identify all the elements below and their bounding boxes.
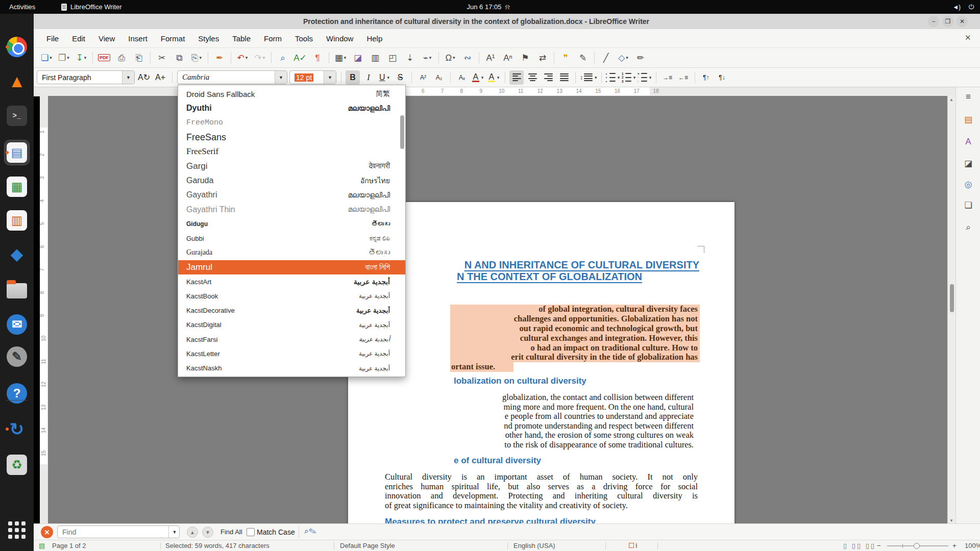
dock-item-chrome[interactable] bbox=[5, 35, 29, 59]
insert-footnote-button[interactable]: A¹ bbox=[482, 50, 499, 65]
gallery-icon[interactable]: ◪ bbox=[962, 157, 975, 170]
window-titlebar[interactable]: Protection and inheritance of cultural d… bbox=[34, 14, 980, 30]
clear-formatting-button[interactable]: Aₓ bbox=[455, 70, 469, 85]
menu-form[interactable]: Form bbox=[257, 32, 288, 45]
chevron-down-icon[interactable]: ▾ bbox=[263, 55, 265, 60]
navigator-icon[interactable]: ◎ bbox=[962, 178, 975, 191]
find-next-button[interactable]: ▼ bbox=[202, 527, 213, 538]
line-spacing-button[interactable]: ↕▾ bbox=[580, 70, 597, 85]
chevron-down-icon[interactable]: ▾ bbox=[84, 55, 87, 60]
chevron-down-icon[interactable]: ▾ bbox=[497, 75, 500, 80]
spelling-button[interactable]: A✓ bbox=[291, 50, 309, 65]
insert-mode-indicator[interactable]: I bbox=[629, 542, 638, 549]
find-and-replace-icon[interactable]: ⌕✎ bbox=[304, 527, 316, 536]
dock-item-files[interactable] bbox=[5, 277, 29, 301]
dock-item-help[interactable]: ? bbox=[5, 381, 29, 406]
font-color-button[interactable]: A▾ bbox=[471, 70, 485, 85]
zoom-slider-thumb[interactable] bbox=[914, 543, 920, 549]
chevron-down-icon[interactable]: ▾ bbox=[67, 55, 69, 60]
chevron-down-icon[interactable]: ▼ bbox=[122, 71, 134, 84]
horizontal-ruler[interactable]: 123456789101112131415161718 bbox=[34, 87, 955, 96]
decrease-indent-button[interactable]: ←≡ bbox=[676, 70, 691, 85]
export-pdf-button[interactable]: PDF bbox=[95, 50, 113, 65]
formatting-marks-button[interactable]: ¶ bbox=[309, 50, 326, 65]
menu-view[interactable]: View bbox=[92, 32, 121, 45]
find-and-replace-button[interactable]: ⌕ bbox=[274, 50, 291, 65]
clone-formatting-button[interactable]: ✒ bbox=[211, 50, 228, 65]
insert-special-character-button[interactable]: Ω▾ bbox=[442, 50, 459, 65]
dock-item-vscode[interactable]: ◆ bbox=[5, 242, 29, 266]
align-right-button[interactable] bbox=[541, 70, 555, 85]
insert-comment-button[interactable]: ❞ bbox=[557, 50, 574, 65]
font-item-gayathri-thin[interactable]: Gayathri Thinമലയാളലിപി bbox=[178, 202, 405, 216]
font-item-kacstart[interactable]: KacstArtأبجدية عربية bbox=[178, 274, 405, 289]
show-applications-button[interactable] bbox=[5, 518, 29, 542]
insert-line-button[interactable]: ╱ bbox=[597, 50, 615, 65]
increase-paragraph-spacing-button[interactable]: ¶↑ bbox=[699, 70, 714, 85]
chevron-down-icon[interactable]: ▾ bbox=[618, 75, 620, 80]
zoom-out-button[interactable]: − bbox=[877, 542, 881, 549]
chevron-down-icon[interactable]: ▾ bbox=[387, 75, 390, 80]
paragraph-style-combo[interactable]: First Paragraph ▼ bbox=[37, 70, 135, 84]
basic-shapes-button[interactable]: ◇▾ bbox=[615, 50, 632, 65]
scroll-up-icon[interactable]: ▲ bbox=[949, 97, 953, 102]
volume-icon[interactable]: ◄) bbox=[952, 0, 961, 14]
power-icon[interactable]: ⏻ bbox=[969, 0, 974, 14]
word-count[interactable]: Selected: 59 words, 417 characters bbox=[165, 542, 270, 549]
chevron-down-icon[interactable]: ▾ bbox=[595, 75, 597, 80]
font-name-combo[interactable]: Cambria ▼ bbox=[177, 70, 287, 84]
sidebar-settings-icon[interactable]: ≡ bbox=[962, 90, 975, 104]
find-input[interactable] bbox=[57, 525, 180, 538]
insert-field-button[interactable]: ⌁▾ bbox=[419, 50, 436, 65]
align-center-button[interactable] bbox=[525, 70, 540, 85]
insert-bookmark-button[interactable]: ⚑ bbox=[517, 50, 534, 65]
dock-item-vlc[interactable]: ▲ bbox=[5, 69, 29, 93]
style-inspector-icon[interactable]: ⌕ bbox=[962, 221, 975, 234]
font-item-jamrul[interactable]: Jamrulবাংলা লিপি bbox=[178, 260, 405, 274]
print-preview-button[interactable]: ⎗ bbox=[130, 50, 148, 65]
font-item-dyuthi[interactable]: Dyuthiമലയാളലിപി bbox=[178, 101, 405, 115]
dock-item-trash[interactable]: ♻ bbox=[5, 453, 29, 477]
chevron-down-icon[interactable]: ▾ bbox=[633, 75, 636, 80]
match-case-checkbox[interactable] bbox=[247, 528, 255, 536]
insert-hyperlink-button[interactable]: ∾ bbox=[459, 50, 476, 65]
page-style[interactable]: Default Page Style bbox=[340, 542, 395, 549]
scroll-down-icon[interactable]: ▼ bbox=[949, 518, 953, 523]
chevron-down-icon[interactable]: ▾ bbox=[200, 55, 202, 60]
menu-file[interactable]: File bbox=[40, 32, 65, 45]
italic-button[interactable]: I bbox=[361, 70, 376, 85]
minimize-button[interactable]: − bbox=[928, 16, 939, 27]
align-left-button[interactable] bbox=[509, 70, 524, 85]
font-size-combo[interactable]: 12 pt ▼ bbox=[289, 70, 336, 84]
insert-endnote-button[interactable]: Aⁿ bbox=[499, 50, 517, 65]
maximize-button[interactable]: ❐ bbox=[942, 16, 953, 27]
open-button[interactable]: ❐▾ bbox=[55, 50, 72, 65]
outline-format-button[interactable]: »··▾ bbox=[638, 70, 652, 85]
decrease-paragraph-spacing-button[interactable]: ¶↓ bbox=[715, 70, 729, 85]
insert-image-button[interactable]: ◪ bbox=[349, 50, 366, 65]
page-navigation-icon[interactable]: ▤ bbox=[39, 542, 45, 549]
scrollbar-thumb[interactable] bbox=[950, 284, 954, 312]
chevron-down-icon[interactable]: ▾ bbox=[649, 75, 652, 80]
menu-edit[interactable]: Edit bbox=[65, 32, 92, 45]
font-item-freesans[interactable]: FreeSans bbox=[178, 130, 405, 144]
close-find-bar-button[interactable]: ✕ bbox=[41, 526, 53, 538]
vertical-ruler[interactable]: 123456789101112131415 bbox=[40, 96, 48, 524]
chevron-down-icon[interactable]: ▾ bbox=[246, 55, 248, 60]
page-icon[interactable]: ❏ bbox=[962, 198, 975, 212]
zoom-percentage[interactable]: 100% bbox=[965, 542, 980, 549]
font-item-kacstdecorative[interactable]: KacstDecorativeأبجدية عربية bbox=[178, 303, 405, 317]
bold-button[interactable]: B bbox=[346, 70, 360, 85]
font-item-freeserif[interactable]: FreeSerif bbox=[178, 144, 405, 159]
dock-item-terminal[interactable]: >_ bbox=[5, 104, 29, 128]
insert-chart-button[interactable]: ▥ bbox=[366, 50, 384, 65]
font-item-kacstdigital[interactable]: KacstDigitalأبجدية عربية bbox=[178, 318, 405, 332]
find-previous-button[interactable]: ▲ bbox=[187, 527, 198, 538]
chevron-down-icon[interactable]: ▾ bbox=[429, 55, 432, 60]
cut-button[interactable]: ✂ bbox=[153, 50, 170, 65]
text-language[interactable]: English (USA) bbox=[513, 542, 555, 549]
insert-text-box-button[interactable]: ◰ bbox=[384, 50, 401, 65]
chevron-down-icon[interactable]: ▾ bbox=[344, 55, 347, 60]
vertical-scrollbar[interactable]: ▲ ▼ bbox=[947, 96, 956, 524]
menu-insert[interactable]: Insert bbox=[121, 32, 154, 45]
